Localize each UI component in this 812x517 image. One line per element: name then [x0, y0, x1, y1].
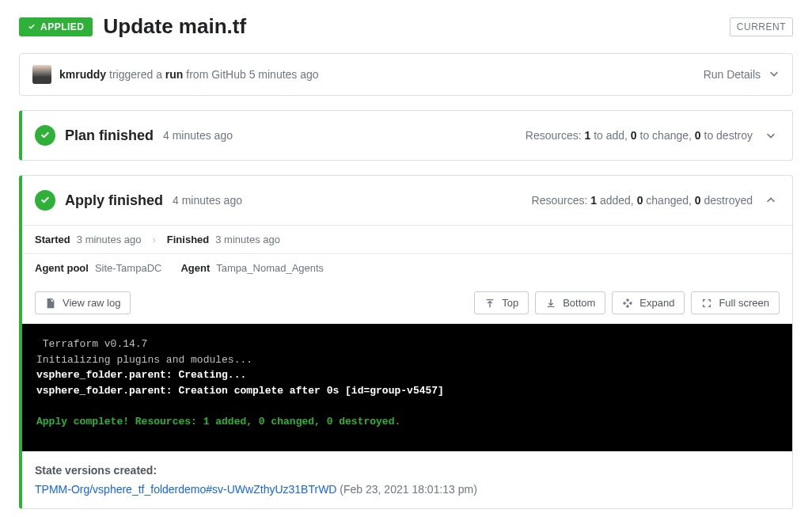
apply-agent-row: Agent pool Site-TampaDC Agent Tampa_Noma…	[22, 253, 792, 282]
run-details-toggle[interactable]: Run Details	[704, 68, 780, 82]
fullscreen-button[interactable]: Full screen	[691, 291, 780, 314]
expand-icon	[622, 298, 633, 309]
bottom-button[interactable]: Bottom	[535, 291, 605, 314]
agent-value: Tampa_Nomad_Agents	[216, 262, 324, 274]
applied-badge: APPLIED	[19, 17, 93, 36]
plan-time: 4 minutes ago	[163, 129, 233, 142]
trigger-row: kmruddy triggered a run from GitHub 5 mi…	[20, 54, 792, 95]
started-label: Started	[35, 234, 70, 245]
state-version-timestamp: (Feb 23, 2021 18:01:13 pm)	[336, 483, 476, 496]
view-raw-log-button[interactable]: View raw log	[35, 291, 131, 314]
apply-header[interactable]: Apply finished 4 minutes ago Resources: …	[22, 176, 792, 225]
terminal-output[interactable]: Terraform v0.14.7 Initializing plugins a…	[22, 324, 792, 451]
terminal-line: Terraform v0.14.7	[36, 338, 147, 350]
trigger-suffix: from GitHub 5 minutes ago	[183, 68, 318, 81]
plan-expand-toggle[interactable]	[762, 127, 780, 144]
state-versions-heading: State versions created:	[35, 464, 780, 477]
page-header: APPLIED Update main.tf CURRENT	[19, 14, 793, 39]
trigger-card: kmruddy triggered a run from GitHub 5 mi…	[19, 53, 793, 96]
apply-timing-row: Started 3 minutes ago › Finished 3 minut…	[22, 225, 792, 253]
apply-time: 4 minutes ago	[173, 194, 242, 207]
arrow-up-bar-icon	[484, 298, 495, 309]
state-versions-section: State versions created: TPMM-Org/vsphere…	[22, 451, 792, 508]
avatar	[32, 65, 51, 84]
plan-header[interactable]: Plan finished 4 minutes ago Resources: 1…	[22, 111, 792, 160]
document-icon	[45, 298, 56, 309]
agent-pool-value: Site-TampaDC	[95, 262, 162, 274]
run-details-label: Run Details	[704, 68, 761, 81]
fullscreen-icon	[701, 298, 712, 309]
plan-card: Plan finished 4 minutes ago Resources: 1…	[19, 110, 793, 161]
plan-resources: Resources: 1 to add, 0 to change, 0 to d…	[526, 129, 753, 142]
check-circle-icon	[35, 190, 55, 211]
top-button[interactable]: Top	[474, 291, 529, 314]
trigger-text: kmruddy triggered a run from GitHub 5 mi…	[59, 68, 704, 81]
trigger-object: run	[165, 68, 184, 81]
trigger-user: kmruddy	[59, 68, 106, 81]
check-icon	[27, 22, 36, 32]
current-badge: CURRENT	[730, 17, 793, 36]
terminal-line: vsphere_folder.parent: Creation complete…	[36, 385, 444, 397]
terminal-line: Initializing plugins and modules...	[36, 354, 252, 366]
started-time: 3 minutes ago	[77, 234, 142, 245]
apply-title: Apply finished	[65, 192, 163, 209]
state-version-link[interactable]: TPMM-Org/vsphere_tf_folderdemo#sv-UWwZth…	[35, 483, 336, 496]
log-nav-buttons: Top Bottom Expand Full screen	[474, 291, 780, 314]
apply-resources: Resources: 1 added, 0 changed, 0 destroy…	[532, 194, 753, 207]
agent-pool-label: Agent pool	[35, 262, 89, 274]
finished-label: Finished	[167, 234, 209, 245]
log-toolbar: View raw log Top Bottom Expand Full scre…	[22, 282, 792, 324]
finished-time: 3 minutes ago	[215, 234, 280, 245]
apply-card: Apply finished 4 minutes ago Resources: …	[19, 175, 793, 509]
state-version-row: TPMM-Org/vsphere_tf_folderdemo#sv-UWwZth…	[35, 483, 780, 496]
page-title: Update main.tf	[104, 14, 719, 39]
check-circle-icon	[35, 125, 55, 146]
chevron-down-icon	[768, 68, 780, 82]
trigger-verb: triggered a	[106, 68, 165, 81]
terminal-line: vsphere_folder.parent: Creating...	[36, 369, 246, 381]
plan-title: Plan finished	[65, 127, 154, 144]
applied-badge-label: APPLIED	[40, 21, 85, 32]
expand-button[interactable]: Expand	[612, 291, 685, 314]
arrow-down-bar-icon	[545, 298, 556, 309]
apply-collapse-toggle[interactable]	[762, 192, 780, 209]
breadcrumb-separator: ›	[152, 234, 155, 245]
terminal-line: Apply complete! Resources: 1 added, 0 ch…	[36, 416, 400, 428]
agent-label: Agent	[180, 262, 210, 274]
